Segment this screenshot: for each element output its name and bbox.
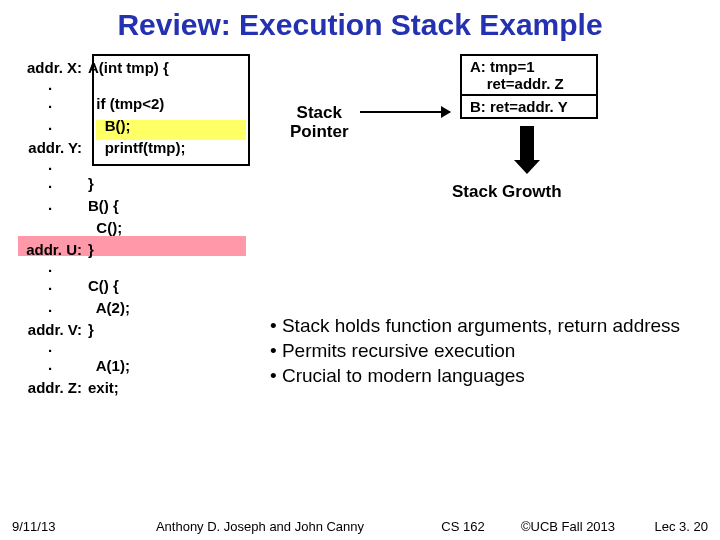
stack-pointer-arrow bbox=[360, 111, 450, 113]
frame-b: B: ret=addr. Y bbox=[460, 96, 598, 119]
footer-course: CS 162 bbox=[428, 519, 498, 534]
bullet-item: Stack holds function arguments, return a… bbox=[270, 314, 700, 337]
stack-growth-arrow bbox=[520, 126, 534, 162]
bullet-item: Permits recursive execution bbox=[270, 339, 700, 362]
addr-v: addr. V: bbox=[18, 321, 88, 338]
addr-x: addr. X: bbox=[18, 59, 88, 76]
bullet-item: Crucial to modern languages bbox=[270, 364, 700, 387]
footer: 9/11/13 Anthony D. Joseph and John Canny… bbox=[0, 519, 720, 534]
stack-pointer-label: Stack Pointer bbox=[290, 104, 349, 141]
slide-title: Review: Execution Stack Example bbox=[0, 0, 720, 56]
footer-date: 9/11/13 bbox=[12, 519, 92, 534]
footer-copyright: ©UCB Fall 2013 bbox=[498, 519, 638, 534]
footer-lec: Lec 3. 20 bbox=[638, 519, 708, 534]
bullet-list: Stack holds function arguments, return a… bbox=[270, 314, 700, 390]
frame-a: A: tmp=1 ret=addr. Z bbox=[460, 54, 598, 96]
addr-y: addr. Y: bbox=[18, 139, 88, 156]
addr-u: addr. U: bbox=[18, 241, 88, 258]
stack-growth-label: Stack Growth bbox=[452, 182, 562, 202]
addr-z: addr. Z: bbox=[18, 379, 88, 396]
footer-authors: Anthony D. Joseph and John Canny bbox=[92, 519, 428, 534]
code-listing: addr. X:A(int tmp) { . . if (tmp<2) . B(… bbox=[18, 56, 258, 398]
